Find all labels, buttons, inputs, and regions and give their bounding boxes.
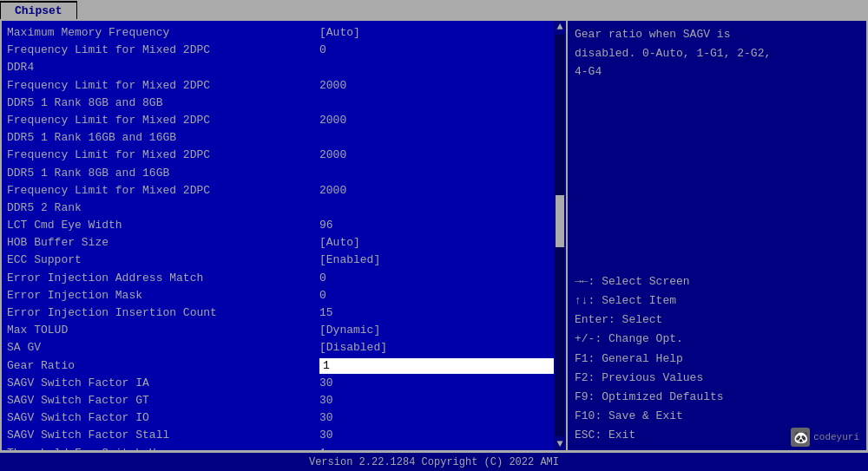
menu-item-value: 30 <box>319 410 561 426</box>
nav-help-item: F9: Optimized Defaults <box>575 388 859 407</box>
help-line: disabled. 0-Auto, 1-G1, 2-G2, <box>575 45 859 62</box>
menu-item-value: 30 <box>319 376 561 391</box>
menu-item-value: [Auto] <box>319 25 561 41</box>
menu-item-value: 0 <box>319 271 561 286</box>
menu-item-value: 2000 <box>319 78 561 94</box>
menu-item-value: [Enabled] <box>319 252 561 268</box>
menu-item-label: ECC Support <box>7 252 319 268</box>
menu-item[interactable]: Error Injection Insertion Count15 <box>7 304 561 322</box>
menu-item-value: [Disabled] <box>319 340 561 356</box>
right-panel: Gear ratio when SAGV isdisabled. 0-Auto,… <box>568 21 866 450</box>
menu-item-label: SAGV Switch Factor IA <box>7 376 319 391</box>
menu-item[interactable]: Threshold For Switch Up1 <box>7 445 561 451</box>
menu-item-label: Error Injection Mask <box>7 288 319 304</box>
nav-help-item: F1: General Help <box>575 350 859 369</box>
menu-item-sublabel: DDR4 <box>7 59 561 76</box>
menu-item[interactable]: ECC Support[Enabled] <box>7 252 561 269</box>
scrollbar[interactable]: ▲▼ <box>554 21 566 450</box>
menu-item[interactable]: Frequency Limit for Mixed 2DPC2000 <box>7 147 561 164</box>
menu-item-label: Frequency Limit for Mixed 2DPC <box>7 113 319 128</box>
scrollbar-thumb[interactable] <box>556 195 564 247</box>
menu-item[interactable]: SA GV[Disabled] <box>7 339 561 357</box>
nav-help-item: Enter: Select <box>575 311 859 330</box>
help-line: 4-G4 <box>575 63 859 81</box>
menu-item-sublabel: DDR5 1 Rank 16GB and 16GB <box>7 129 561 147</box>
menu-item-value: 0 <box>319 43 561 58</box>
menu-item-label: LCT Cmd Eye Width <box>7 218 319 233</box>
menu-item-value: 96 <box>319 218 561 233</box>
scrollbar-track[interactable] <box>556 35 564 436</box>
menu-item-label: Frequency Limit for Mixed 2DPC <box>7 78 319 94</box>
watermark: 🐼codeyuri <box>791 428 859 447</box>
tab-bar: Chipset <box>0 0 868 19</box>
nav-help-item: →←: Select Screen <box>575 272 859 291</box>
menu-item-value: [Dynamic] <box>319 323 561 338</box>
menu-item[interactable]: Frequency Limit for Mixed 2DPC2000 <box>7 112 561 129</box>
menu-item-label: Error Injection Address Match <box>7 271 319 286</box>
menu-item-value: 1 <box>319 446 561 451</box>
menu-item[interactable]: Error Injection Address Match0 <box>7 270 561 287</box>
menu-item-label: Max TOLUD <box>7 323 319 338</box>
scrollbar-down-arrow[interactable]: ▼ <box>556 438 562 450</box>
menu-item-label: Threshold For Switch Up <box>7 446 319 451</box>
menu-item-value: 15 <box>319 305 561 321</box>
menu-item-value: 1 <box>319 358 561 374</box>
menu-item[interactable]: SAGV Switch Factor IA30 <box>7 375 561 392</box>
nav-help-item: ↑↓: Select Item <box>575 291 859 311</box>
menu-item[interactable]: Frequency Limit for Mixed 2DPC2000 <box>7 182 561 200</box>
menu-item-sublabel: DDR5 1 Rank 8GB and 8GB <box>7 95 561 112</box>
menu-item[interactable]: Gear Ratio1 <box>7 357 561 375</box>
menu-item-label: SAGV Switch Factor GT <box>7 393 319 409</box>
nav-help-item: F2: Previous Values <box>575 369 859 388</box>
menu-item-label: Frequency Limit for Mixed 2DPC <box>7 43 319 58</box>
menu-item-label: Frequency Limit for Mixed 2DPC <box>7 183 319 199</box>
nav-help: →←: Select Screen↑↓: Select ItemEnter: S… <box>575 272 859 445</box>
scrollbar-up-arrow[interactable]: ▲ <box>556 21 562 33</box>
menu-item-value: 2000 <box>319 113 561 128</box>
help-text: Gear ratio when SAGV isdisabled. 0-Auto,… <box>575 26 859 265</box>
footer: Version 2.22.1284 Copyright (C) 2022 AMI <box>0 452 868 471</box>
menu-item-value: 2000 <box>319 147 561 163</box>
nav-help-item: F10: Save & Exit <box>575 407 859 426</box>
menu-item[interactable]: SAGV Switch Factor GT30 <box>7 392 561 409</box>
menu-item-value: 0 <box>319 288 561 304</box>
menu-item-sublabel: DDR5 2 Rank <box>7 200 561 217</box>
menu-item-value: 2000 <box>319 183 561 199</box>
menu-item-sublabel: DDR5 1 Rank 8GB and 16GB <box>7 165 561 182</box>
main-area: Maximum Memory Frequency[Auto]Frequency … <box>0 19 868 452</box>
menu-item-value: 30 <box>319 393 561 409</box>
menu-item-label: Gear Ratio <box>7 358 319 374</box>
help-line: Gear ratio when SAGV is <box>575 26 859 43</box>
menu-item[interactable]: Max TOLUD[Dynamic] <box>7 322 561 339</box>
footer-text: Version 2.22.1284 Copyright (C) 2022 AMI <box>309 456 559 468</box>
menu-item[interactable]: HOB Buffer Size[Auto] <box>7 234 561 252</box>
menu-item-label: SA GV <box>7 340 319 356</box>
menu-item-label: SAGV Switch Factor Stall <box>7 428 319 443</box>
menu-item[interactable]: Frequency Limit for Mixed 2DPC2000 <box>7 77 561 95</box>
left-panel: Maximum Memory Frequency[Auto]Frequency … <box>2 21 566 450</box>
menu-item-label: Frequency Limit for Mixed 2DPC <box>7 147 319 163</box>
menu-item[interactable]: SAGV Switch Factor Stall30 <box>7 427 561 444</box>
menu-item-label: HOB Buffer Size <box>7 235 319 251</box>
menu-item[interactable]: Maximum Memory Frequency[Auto] <box>7 24 561 42</box>
menu-item[interactable]: LCT Cmd Eye Width96 <box>7 217 561 234</box>
menu-item[interactable]: SAGV Switch Factor IO30 <box>7 409 561 427</box>
menu-item-value: [Auto] <box>319 235 561 251</box>
tab-chipset[interactable]: Chipset <box>0 1 77 19</box>
menu-item-label: SAGV Switch Factor IO <box>7 410 319 426</box>
nav-help-item: +/-: Change Opt. <box>575 330 859 349</box>
menu-item-value: 30 <box>319 428 561 443</box>
menu-item[interactable]: Error Injection Mask0 <box>7 287 561 304</box>
watermark-text: codeyuri <box>813 432 859 442</box>
menu-item[interactable]: Frequency Limit for Mixed 2DPC0 <box>7 42 561 59</box>
watermark-icon: 🐼 <box>791 428 810 447</box>
menu-item-label: Maximum Memory Frequency <box>7 25 319 41</box>
menu-item-label: Error Injection Insertion Count <box>7 305 319 321</box>
